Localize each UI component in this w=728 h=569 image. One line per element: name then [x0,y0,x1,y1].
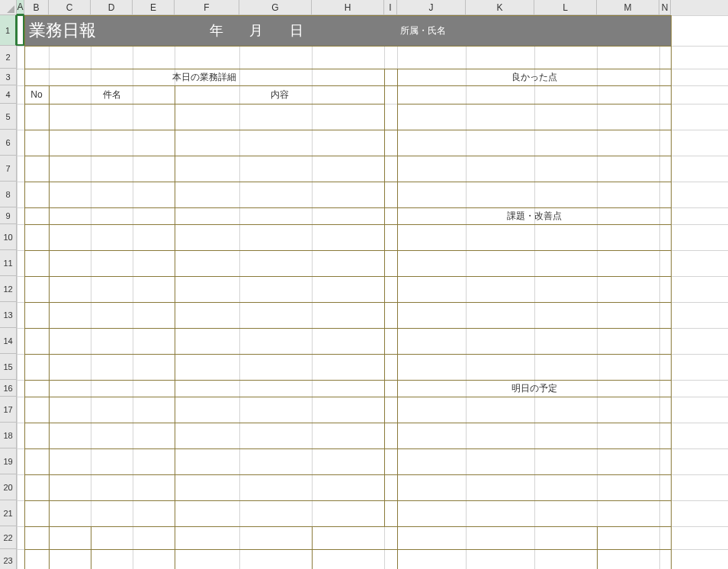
title: 業務日報 [29,15,143,46]
good-points-label: 良かった点 [397,69,671,85]
row-header-15[interactable]: 15 [0,354,17,380]
col-header-E[interactable]: E [133,0,175,15]
col-header-H[interactable]: H [312,0,384,15]
row-header-18[interactable]: 18 [0,423,17,448]
no-label: No [24,85,49,104]
row-header-16[interactable]: 16 [0,380,17,397]
row-header-4[interactable]: 4 [0,85,17,104]
col-header-G[interactable]: G [239,0,312,15]
grid-area[interactable]: 業務日報年月日所属・氏名本日の業務詳細良かった点No件名内容課題・改善点明日の予… [17,15,728,569]
spreadsheet: ABCDEFGHIJKLMN 1234567891011121314151617… [0,0,728,569]
row-header-9[interactable]: 9 [0,207,17,224]
row-header-7[interactable]: 7 [0,156,17,182]
tomorrow-label: 明日の予定 [397,380,671,397]
row-header-8[interactable]: 8 [0,182,17,207]
row-header-10[interactable]: 10 [0,224,17,250]
row-header-20[interactable]: 20 [0,474,17,500]
col-header-A[interactable]: A [17,0,24,15]
col-header-J[interactable]: J [397,0,466,15]
row-header-5[interactable]: 5 [0,104,17,130]
issues-label: 課題・改善点 [397,207,671,224]
row-header-19[interactable]: 19 [0,448,17,474]
svg-marker-0 [7,5,14,13]
row-header-11[interactable]: 11 [0,250,17,276]
today-detail-label: 本日の業務詳細 [24,69,384,85]
col-header-I[interactable]: I [384,0,397,15]
col-header-B[interactable]: B [24,0,49,15]
col-header-M[interactable]: M [597,0,659,15]
month-label: 月 [237,15,275,46]
year-label: 年 [197,15,236,46]
col-header-C[interactable]: C [49,0,91,15]
row-header-21[interactable]: 21 [0,500,17,526]
row-header-17[interactable]: 17 [0,397,17,423]
row-headers: 1234567891011121314151617181920212223242… [0,15,17,569]
affiliation-label: 所属・氏名 [400,15,522,46]
subject-label: 件名 [49,85,175,104]
row-header-2[interactable]: 2 [0,46,17,69]
content-label: 内容 [175,85,384,104]
row-header-12[interactable]: 12 [0,276,17,302]
col-header-N[interactable]: N [659,0,671,15]
col-header-D[interactable]: D [91,0,133,15]
row-header-23[interactable]: 23 [0,549,17,569]
row-header-3[interactable]: 3 [0,69,17,85]
col-header-F[interactable]: F [175,0,239,15]
select-all-corner[interactable] [0,0,17,15]
row-header-13[interactable]: 13 [0,302,17,328]
row-header-22[interactable]: 22 [0,526,17,549]
row-header-6[interactable]: 6 [0,130,17,156]
row-header-14[interactable]: 14 [0,328,17,354]
col-header-L[interactable]: L [534,0,597,15]
col-header-K[interactable]: K [466,0,534,15]
day-label: 日 [277,15,316,46]
row-header-1[interactable]: 1 [0,15,17,46]
column-headers: ABCDEFGHIJKLMN [17,0,728,15]
